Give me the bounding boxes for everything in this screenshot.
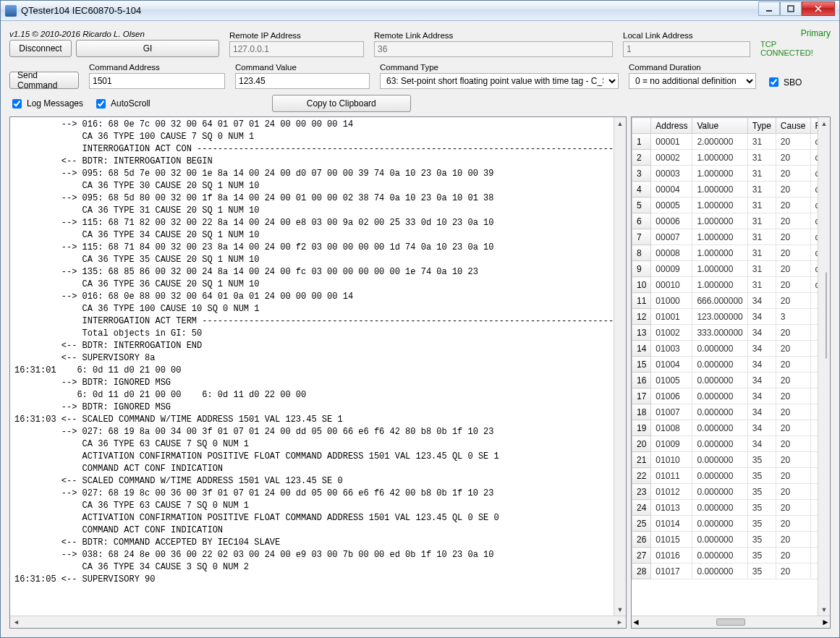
col-value[interactable]: Value [692, 118, 747, 134]
log-hscrollbar[interactable]: ◄ ► [10, 616, 626, 628]
table-row[interactable]: 25010140.0000003520 [632, 516, 818, 532]
cell-type: 31 [747, 166, 776, 182]
table-row[interactable]: 22010110.0000003520 [632, 468, 818, 484]
table-row[interactable]: 17010060.0000003420 [632, 388, 818, 404]
cell-value: 0.000000 [692, 452, 747, 468]
cell-type: 31 [747, 182, 776, 197]
table-vscrollbar[interactable]: ▲ ▼ [818, 117, 830, 616]
cell-address: 01017 [651, 563, 692, 579]
row-number: 25 [632, 516, 651, 532]
sbo-checkbox[interactable]: SBO [766, 75, 831, 89]
cell-type: 34 [747, 373, 776, 388]
cell-cause: 20 [776, 293, 810, 309]
row-number: 7 [632, 229, 651, 245]
log-text[interactable]: --> 016: 68 0e 7c 00 32 00 64 01 07 01 2… [10, 117, 614, 616]
minimize-button[interactable] [758, 1, 780, 16]
cell-cause: 20 [776, 500, 810, 516]
table-row[interactable]: 18010070.0000003420 [632, 404, 818, 420]
scroll-left-icon[interactable]: ◄ [632, 617, 640, 627]
cell-flags [810, 484, 818, 500]
col-address[interactable]: Address [651, 118, 692, 134]
cell-type: 35 [747, 484, 776, 500]
table-row[interactable]: 1301002333.0000003420 [632, 325, 818, 341]
table-row[interactable]: 9000091.0000003120off [632, 261, 818, 277]
scroll-thumb[interactable] [826, 272, 827, 359]
cell-cause: 20 [776, 182, 810, 197]
table-row[interactable]: 16010050.0000003420 [632, 373, 818, 388]
table-row[interactable]: 7000071.0000003120off [632, 229, 818, 245]
table-row[interactable]: 1201001123.000000343 [632, 309, 818, 325]
log-vscrollbar[interactable]: ▲ ▼ [614, 117, 626, 616]
row-number: 9 [632, 261, 651, 277]
cell-type: 34 [747, 357, 776, 373]
cell-type: 34 [747, 388, 776, 404]
log-messages-checkbox-input[interactable] [12, 99, 22, 109]
sbo-checkbox-input[interactable] [769, 77, 779, 87]
table-row[interactable]: 3000031.0000003120off [632, 166, 818, 182]
table-row[interactable]: 15010040.0000003420 [632, 357, 818, 373]
gi-button[interactable]: GI [76, 40, 219, 57]
log-messages-checkbox[interactable]: Log Messages [9, 97, 83, 111]
col-cause[interactable]: Cause [776, 118, 810, 134]
cell-value: 1.000000 [692, 261, 747, 277]
table-row[interactable]: 8000081.0000003120off [632, 245, 818, 261]
cmd-duration-select[interactable]: 0 = no additional definition [629, 73, 756, 89]
table-row[interactable]: 26010150.0000003520 [632, 532, 818, 548]
row-number: 14 [632, 341, 651, 357]
cmd-value-input[interactable] [235, 73, 370, 89]
table-row[interactable]: 10000101.0000003120off [632, 277, 818, 293]
cell-cause: 20 [776, 484, 810, 500]
scroll-left-icon[interactable]: ◄ [10, 617, 22, 628]
cell-flags [810, 452, 818, 468]
table-row[interactable]: 19010080.0000003420 [632, 420, 818, 436]
row-number: 4 [632, 182, 651, 197]
table-row[interactable]: 23010120.0000003520 [632, 484, 818, 500]
table-row[interactable]: 14010030.0000003420 [632, 341, 818, 357]
cell-value: 0.000000 [692, 420, 747, 436]
cmd-type-select[interactable]: 63: Set-point short floating point value… [380, 73, 619, 89]
data-table[interactable]: Address Value Type Cause Flags 1000012.0… [632, 117, 818, 579]
disconnect-button[interactable]: Disconnect [9, 40, 72, 57]
cell-flags [810, 468, 818, 484]
scroll-up-icon[interactable]: ▲ [615, 117, 626, 129]
autoscroll-checkbox[interactable]: AutoScroll [93, 97, 150, 111]
remote-ip-input[interactable] [229, 41, 364, 57]
table-hscrollbar[interactable]: ◄ ► [632, 616, 830, 628]
table-row[interactable]: 21010100.0000003520 [632, 452, 818, 468]
scroll-up-icon[interactable]: ▲ [819, 117, 830, 129]
table-row[interactable]: 1101000666.0000003420 [632, 293, 818, 309]
remote-link-input[interactable] [374, 41, 613, 57]
table-row[interactable]: 1000012.0000003120on [632, 134, 818, 150]
col-type[interactable]: Type [747, 118, 776, 134]
cell-address: 00004 [651, 182, 692, 197]
send-command-button[interactable]: Send Command [9, 72, 79, 89]
table-row[interactable]: 4000041.0000003120off [632, 182, 818, 197]
table-row[interactable]: 28010170.0000003520 [632, 563, 818, 579]
close-button[interactable] [802, 1, 835, 16]
table-row[interactable]: 27010160.0000003520 [632, 548, 818, 563]
maximize-button[interactable] [780, 1, 802, 16]
table-row[interactable]: 20010090.0000003420 [632, 436, 818, 452]
svg-rect-0 [766, 10, 772, 12]
local-link-input[interactable] [623, 41, 750, 57]
cmd-type-label: Command Type [380, 63, 619, 72]
cmd-address-input[interactable] [89, 73, 225, 89]
titlebar[interactable]: QTester104 IEC60870-5-104 [1, 1, 839, 21]
col-flags[interactable]: Flags [810, 118, 818, 134]
table-row[interactable]: 24010130.0000003520 [632, 500, 818, 516]
scroll-right-icon[interactable]: ► [614, 617, 626, 628]
autoscroll-checkbox-input[interactable] [96, 99, 106, 109]
table-row[interactable]: 2000021.0000003120off [632, 150, 818, 166]
cmd-address-label: Command Address [89, 63, 225, 72]
cell-address: 01016 [651, 548, 692, 563]
cmd-value-label: Command Value [235, 63, 370, 72]
copy-clipboard-button[interactable]: Copy to Clipboard [272, 95, 411, 112]
table-row[interactable]: 6000061.0000003120off [632, 213, 818, 229]
scroll-down-icon[interactable]: ▼ [615, 603, 626, 616]
scroll-right-icon[interactable]: ► [821, 617, 830, 627]
cell-cause: 20 [776, 261, 810, 277]
scroll-down-icon[interactable]: ▼ [819, 603, 830, 616]
table-row[interactable]: 5000051.0000003120off [632, 197, 818, 213]
scroll-thumb[interactable] [716, 618, 745, 626]
cell-type: 31 [747, 197, 776, 213]
